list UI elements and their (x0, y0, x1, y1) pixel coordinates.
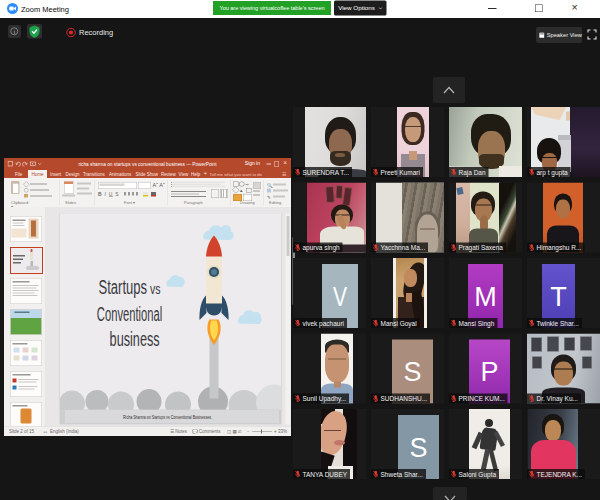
svg-text:Richa Sharma on Startups vs Co: Richa Sharma on Startups vs Conventional… (123, 414, 212, 420)
svg-text:Startups: Startups (99, 276, 148, 298)
svg-text:Conventional: Conventional (97, 303, 163, 325)
svg-text:business: business (110, 328, 160, 350)
svg-text:vs: vs (150, 281, 161, 297)
